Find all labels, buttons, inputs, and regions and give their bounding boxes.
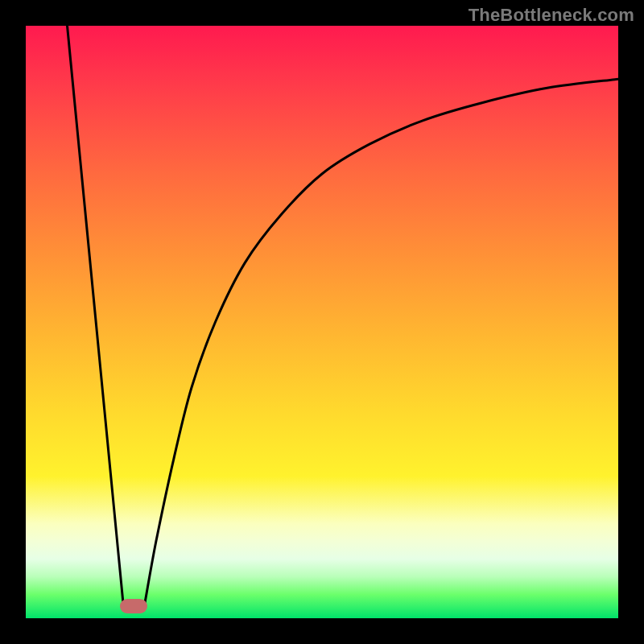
optimal-marker <box>120 599 147 613</box>
curve-right-branch <box>144 79 618 606</box>
watermark-text: TheBottleneck.com <box>469 5 634 26</box>
curve-left-branch <box>68 26 124 606</box>
plot-area <box>26 26 618 618</box>
chart-curves <box>26 26 618 618</box>
